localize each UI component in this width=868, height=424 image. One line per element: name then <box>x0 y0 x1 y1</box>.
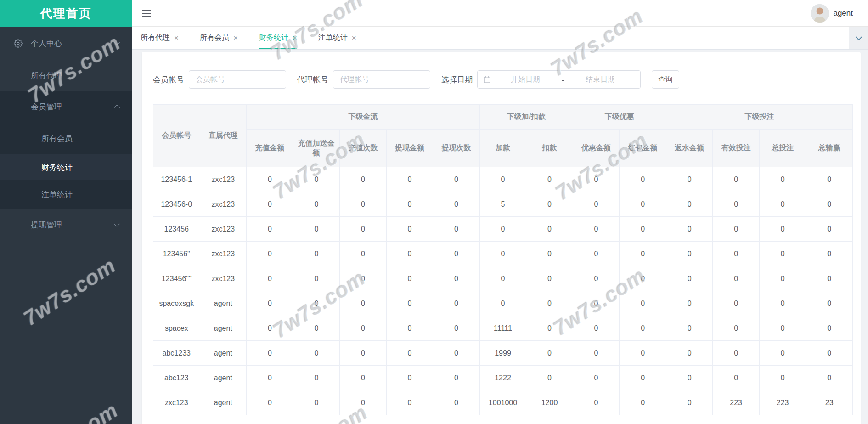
close-icon[interactable]: × <box>293 34 297 42</box>
table-cell: 0 <box>386 192 433 217</box>
table-cell: 0 <box>247 192 293 217</box>
main-area: agent 所有代理 × 所有会员 × 财务统计 × 注单统计 × <box>132 0 868 424</box>
sidebar-item-bet-statistics[interactable]: 注单统计 <box>0 180 132 209</box>
sidebar-item-label: 所有会员 <box>41 133 73 144</box>
end-date-placeholder[interactable]: 结束日期 <box>566 75 635 85</box>
hamburger-menu-icon[interactable] <box>141 9 152 17</box>
sidebar-item-label: 会员管理 <box>31 102 62 112</box>
column-header: 扣款 <box>526 130 573 167</box>
table-cell: abc123 <box>153 366 200 390</box>
agent-account-input[interactable] <box>333 70 430 89</box>
start-date-placeholder[interactable]: 开始日期 <box>491 75 560 85</box>
table-cell: 0 <box>293 266 340 291</box>
table-cell: 0 <box>806 266 853 291</box>
table-cell: 0 <box>666 341 713 366</box>
table-cell: 0 <box>340 316 387 341</box>
table-cell: 0 <box>247 316 293 341</box>
sidebar-item-withdrawal-management[interactable]: 提现管理 <box>0 209 132 241</box>
sidebar-item-member-management[interactable]: 会员管理 <box>0 91 132 122</box>
table-cell: 0 <box>573 167 620 192</box>
sidebar-item-all-members[interactable]: 所有会员 <box>0 122 132 154</box>
sidebar-item-label: 所有代理 <box>31 70 62 81</box>
tab-all-members[interactable]: 所有会员 × <box>200 27 238 49</box>
tab-bet-statistics[interactable]: 注单统计 × <box>318 27 356 49</box>
tabs: 所有代理 × 所有会员 × 财务统计 × 注单统计 × <box>132 27 378 49</box>
table-cell: 0 <box>759 266 806 291</box>
table-cell: 0 <box>713 192 760 217</box>
table-cell: 0 <box>806 192 853 217</box>
table-cell: 0 <box>433 192 480 217</box>
table-cell: 0 <box>479 167 526 192</box>
table-cell: 0 <box>433 366 480 390</box>
table-cell: 0 <box>573 266 620 291</box>
group-header-discount: 下级优惠 <box>573 105 666 130</box>
sidebar-item-personal-center[interactable]: 个人中心 <box>0 27 132 60</box>
sidebar-item-all-agents[interactable]: 所有代理 <box>0 60 132 91</box>
table-cell: 0 <box>526 167 573 192</box>
table-cell: 0 <box>293 291 340 316</box>
calendar-icon <box>483 76 491 84</box>
tabs-dropdown-button[interactable] <box>849 27 868 49</box>
table-cell: 0 <box>713 242 760 266</box>
sidebar-item-financial-statistics[interactable]: 财务统计 <box>0 154 132 180</box>
table-row: 123456-1zxc1230000000000000 <box>153 167 853 192</box>
table-cell: 0 <box>666 167 713 192</box>
content-area: 会员帐号 代理帐号 选择日期 开始日期 - 结束日期 查询 <box>132 50 868 424</box>
table-cell: 0 <box>806 291 853 316</box>
table-cell: 0 <box>620 217 666 242</box>
table-cell: 0 <box>759 341 806 366</box>
column-header: 返水金额 <box>666 130 713 167</box>
table-cell: 0 <box>340 266 387 291</box>
table-cell: 0 <box>386 390 433 415</box>
table-cell: 0 <box>433 242 480 266</box>
close-icon[interactable]: × <box>174 34 179 42</box>
table-cell: 0 <box>713 341 760 366</box>
date-range-picker[interactable]: 开始日期 - 结束日期 <box>477 70 641 89</box>
tab-financial-statistics[interactable]: 财务统计 × <box>259 27 297 49</box>
table-cell: 0 <box>479 242 526 266</box>
table-cell: agent <box>200 390 247 415</box>
table-cell: 0 <box>526 341 573 366</box>
table-cell: 123456-1 <box>153 167 200 192</box>
table-cell: 0 <box>433 291 480 316</box>
table-cell: 0 <box>573 217 620 242</box>
member-account-input[interactable] <box>189 70 286 89</box>
search-button[interactable]: 查询 <box>652 70 679 89</box>
sidebar-item-label: 个人中心 <box>31 38 62 49</box>
date-label: 选择日期 <box>441 74 473 85</box>
table-cell: 0 <box>293 366 340 390</box>
close-icon[interactable]: × <box>233 34 238 42</box>
close-icon[interactable]: × <box>352 34 356 42</box>
username: agent <box>833 9 853 18</box>
table-cell: 0 <box>386 266 433 291</box>
table-cell: 0 <box>759 291 806 316</box>
group-header-betting: 下级投注 <box>666 105 852 130</box>
table-cell: 5 <box>479 192 526 217</box>
table-cell: 0 <box>759 366 806 390</box>
column-header-direct-agent: 直属代理 <box>200 105 247 167</box>
tab-all-agents[interactable]: 所有代理 × <box>141 27 179 49</box>
table-cell: 0 <box>620 242 666 266</box>
table-cell: 0 <box>340 291 387 316</box>
table-cell: 0 <box>293 341 340 366</box>
table-cell: 0 <box>666 266 713 291</box>
table-cell: 0 <box>666 390 713 415</box>
table-cell: 0 <box>713 366 760 390</box>
table-cell: 0 <box>526 192 573 217</box>
table-cell: 0 <box>340 217 387 242</box>
user-menu[interactable]: agent <box>811 4 853 23</box>
table-row: abc1233agent0000019990000000 <box>153 341 853 366</box>
table-cell: 0 <box>666 242 713 266</box>
column-header: 总投注 <box>759 130 806 167</box>
table-cell: 0 <box>620 192 666 217</box>
table-cell: 0 <box>293 316 340 341</box>
table-cell: 0 <box>340 242 387 266</box>
table-cell: 0 <box>573 291 620 316</box>
table-cell: 0 <box>713 316 760 341</box>
table-cell: 0 <box>713 167 760 192</box>
table-cell: 0 <box>479 291 526 316</box>
table-cell: 123456 <box>153 217 200 242</box>
table-cell: 1200 <box>526 390 573 415</box>
table-body: 123456-1zxc1230000000000000123456-0zxc12… <box>153 167 853 415</box>
table-cell: 0 <box>386 217 433 242</box>
